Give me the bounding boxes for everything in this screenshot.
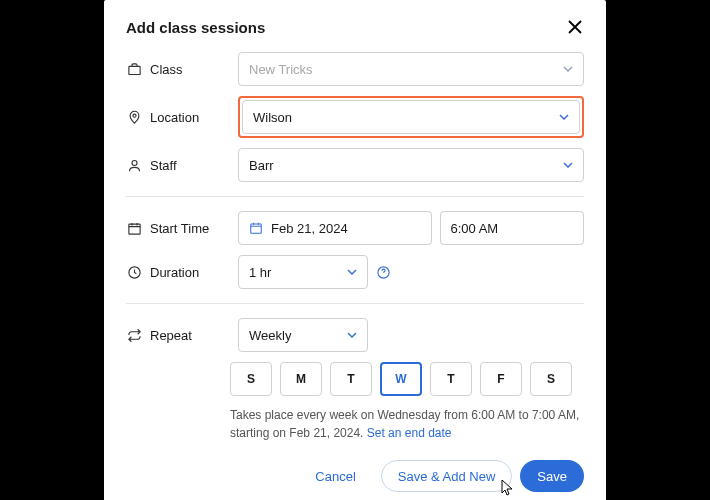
svg-rect-4 — [251, 224, 262, 233]
close-icon — [568, 20, 582, 34]
svg-point-2 — [132, 160, 137, 165]
modal-header: Add class sessions — [126, 18, 584, 36]
location-select[interactable]: Wilson — [242, 100, 580, 134]
location-highlight: Wilson — [238, 96, 584, 138]
save-add-new-button[interactable]: Save & Add New — [381, 460, 513, 492]
location-value: Wilson — [253, 110, 292, 125]
save-add-new-label: Save & Add New — [398, 469, 496, 484]
day-0[interactable]: S — [230, 362, 272, 396]
divider — [126, 303, 584, 304]
help-icon[interactable] — [376, 265, 391, 280]
chevron-down-icon — [559, 114, 569, 120]
briefcase-icon — [126, 61, 142, 77]
chevron-down-icon — [347, 269, 357, 275]
start-time-label: Start Time — [150, 221, 230, 236]
divider — [126, 196, 584, 197]
class-label: Class — [150, 62, 230, 77]
day-5[interactable]: F — [480, 362, 522, 396]
location-pin-icon — [126, 109, 142, 125]
modal-title: Add class sessions — [126, 19, 265, 36]
chevron-down-icon — [347, 332, 357, 338]
day-3[interactable]: W — [380, 362, 422, 396]
calendar-clock-icon — [126, 220, 142, 236]
duration-label: Duration — [150, 265, 230, 280]
time-input[interactable]: 6:00 AM — [440, 211, 585, 245]
chevron-down-icon — [563, 66, 573, 72]
cursor-icon — [499, 479, 515, 497]
day-picker: SMTWTFS — [230, 362, 584, 396]
class-select[interactable]: New Tricks — [238, 52, 584, 86]
person-icon — [126, 157, 142, 173]
duration-value: 1 hr — [249, 265, 271, 280]
day-2[interactable]: T — [330, 362, 372, 396]
staff-value: Barr — [249, 158, 274, 173]
duration-select[interactable]: 1 hr — [238, 255, 368, 289]
staff-label: Staff — [150, 158, 230, 173]
save-button[interactable]: Save — [520, 460, 584, 492]
add-class-sessions-modal: Add class sessions Class New Tricks Loca… — [104, 0, 606, 500]
repeat-value: Weekly — [249, 328, 291, 343]
location-label: Location — [150, 110, 230, 125]
modal-footer: Cancel Save & Add New Save — [126, 460, 584, 492]
date-input[interactable]: Feb 21, 2024 — [238, 211, 432, 245]
day-4[interactable]: T — [430, 362, 472, 396]
chevron-down-icon — [563, 162, 573, 168]
location-row: Location Wilson — [126, 96, 584, 138]
day-6[interactable]: S — [530, 362, 572, 396]
staff-select[interactable]: Barr — [238, 148, 584, 182]
duration-row: Duration 1 hr — [126, 255, 584, 289]
repeat-label: Repeat — [150, 328, 230, 343]
svg-point-1 — [132, 114, 135, 117]
staff-row: Staff Barr — [126, 148, 584, 182]
repeat-icon — [126, 327, 142, 343]
calendar-icon — [249, 221, 263, 235]
class-value: New Tricks — [249, 62, 313, 77]
svg-rect-0 — [128, 66, 139, 74]
class-row: Class New Tricks — [126, 52, 584, 86]
start-time-row: Start Time Feb 21, 2024 6:00 AM — [126, 211, 584, 245]
repeat-row: Repeat Weekly — [126, 318, 584, 352]
day-1[interactable]: M — [280, 362, 322, 396]
repeat-select[interactable]: Weekly — [238, 318, 368, 352]
time-value: 6:00 AM — [451, 221, 499, 236]
clock-icon — [126, 264, 142, 280]
date-value: Feb 21, 2024 — [271, 221, 348, 236]
repeat-description: Takes place every week on Wednesday from… — [230, 406, 584, 442]
svg-rect-3 — [128, 224, 139, 234]
cancel-button[interactable]: Cancel — [298, 460, 372, 492]
close-button[interactable] — [566, 18, 584, 36]
set-end-date-link[interactable]: Set an end date — [367, 426, 452, 440]
